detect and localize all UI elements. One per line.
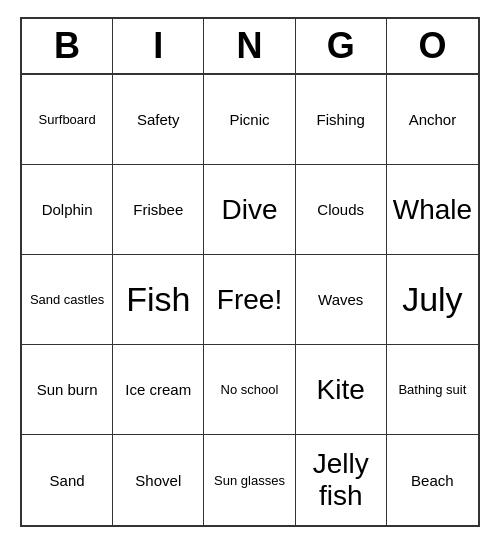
bingo-cell: July (387, 255, 478, 345)
bingo-cell: Surfboard (22, 75, 113, 165)
header-letter: G (296, 19, 387, 73)
bingo-cell: Picnic (204, 75, 295, 165)
header-letter: O (387, 19, 478, 73)
bingo-card: BINGO SurfboardSafetyPicnicFishingAnchor… (20, 17, 480, 527)
bingo-cell: Waves (296, 255, 387, 345)
header-letter: N (204, 19, 295, 73)
bingo-cell: Jelly fish (296, 435, 387, 525)
bingo-header: BINGO (22, 19, 478, 75)
bingo-cell: Anchor (387, 75, 478, 165)
bingo-cell: Whale (387, 165, 478, 255)
bingo-cell: Beach (387, 435, 478, 525)
bingo-cell: Fishing (296, 75, 387, 165)
bingo-cell: Dolphin (22, 165, 113, 255)
bingo-cell: Safety (113, 75, 204, 165)
bingo-cell: Free! (204, 255, 295, 345)
bingo-cell: Sand (22, 435, 113, 525)
bingo-cell: Dive (204, 165, 295, 255)
bingo-cell: Fish (113, 255, 204, 345)
bingo-cell: No school (204, 345, 295, 435)
header-letter: I (113, 19, 204, 73)
header-letter: B (22, 19, 113, 73)
bingo-cell: Ice cream (113, 345, 204, 435)
bingo-cell: Sun glasses (204, 435, 295, 525)
bingo-grid: SurfboardSafetyPicnicFishingAnchorDolphi… (22, 75, 478, 525)
bingo-cell: Clouds (296, 165, 387, 255)
bingo-cell: Shovel (113, 435, 204, 525)
bingo-cell: Frisbee (113, 165, 204, 255)
bingo-cell: Kite (296, 345, 387, 435)
bingo-cell: Bathing suit (387, 345, 478, 435)
bingo-cell: Sand castles (22, 255, 113, 345)
bingo-cell: Sun burn (22, 345, 113, 435)
